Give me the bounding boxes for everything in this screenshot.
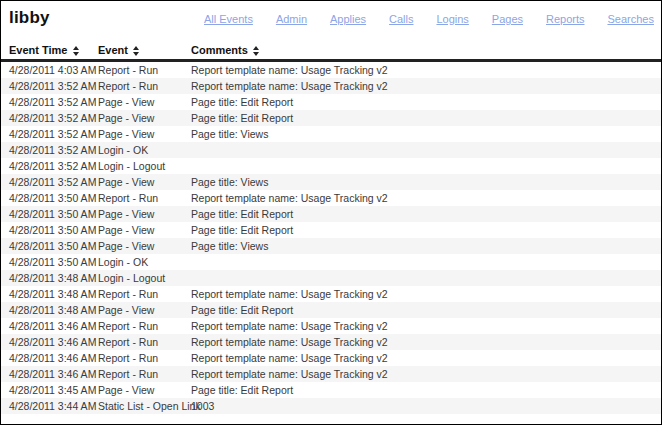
sort-icon[interactable] [253, 46, 259, 56]
event-time-cell: 4/28/2011 3:48 AM [1, 286, 98, 302]
nav-link-pages[interactable]: Pages [492, 13, 523, 25]
comment-cell: Page title: Edit Report [191, 206, 661, 222]
event-cell: Page - View [98, 94, 191, 110]
nav-link-searches[interactable]: Searches [607, 13, 653, 25]
event-cell: Page - View [98, 222, 191, 238]
comment-cell: Page title: Views [191, 174, 661, 190]
table-row: 4/28/2011 4:03 AM Report - Run Report te… [1, 60, 661, 78]
column-label: Event [98, 44, 128, 56]
column-label: Comments [191, 44, 248, 56]
event-cell: Login - Logout [98, 270, 191, 286]
column-header[interactable]: Event Time [1, 41, 98, 60]
nav-link-logins[interactable]: Logins [436, 13, 468, 25]
event-time-cell: 4/28/2011 3:52 AM [1, 110, 98, 126]
event-time-cell: 4/28/2011 3:44 AM [1, 398, 98, 414]
table-row: 4/28/2011 3:46 AM Report - Run Report te… [1, 318, 661, 334]
comment-cell: Page title: Views [191, 238, 661, 254]
event-time-cell: 4/28/2011 3:50 AM [1, 238, 98, 254]
table-row: 4/28/2011 3:48 AM Report - Run Report te… [1, 286, 661, 302]
event-cell: Login - OK [98, 142, 191, 158]
nav-link-calls[interactable]: Calls [389, 13, 413, 25]
sort-icon[interactable] [133, 46, 139, 56]
event-time-cell: 4/28/2011 3:50 AM [1, 206, 98, 222]
table-row: 4/28/2011 3:50 AM Page - View Page title… [1, 206, 661, 222]
comment-cell: 1003 [191, 398, 661, 414]
comment-cell: Report template name: Usage Tracking v2 [191, 190, 661, 206]
event-time-cell: 4/28/2011 3:52 AM [1, 94, 98, 110]
table-row: 4/28/2011 3:44 AM Static List - Open Lin… [1, 398, 661, 414]
top-nav: All EventsAdminAppliesCallsLoginsPagesRe… [204, 13, 654, 25]
table-row: 4/28/2011 3:46 AM Report - Run Report te… [1, 366, 661, 382]
event-cell: Login - Logout [98, 158, 191, 174]
event-cell: Report - Run [98, 60, 191, 78]
event-time-cell: 4/28/2011 3:45 AM [1, 382, 98, 398]
nav-link-applies[interactable]: Applies [330, 13, 366, 25]
sort-icon[interactable] [73, 46, 79, 56]
comment-cell: Page title: Edit Report [191, 94, 661, 110]
event-cell: Page - View [98, 302, 191, 318]
event-time-cell: 4/28/2011 3:52 AM [1, 126, 98, 142]
table-row: 4/28/2011 3:50 AM Page - View Page title… [1, 238, 661, 254]
event-cell: Page - View [98, 110, 191, 126]
event-cell: Page - View [98, 382, 191, 398]
event-time-cell: 4/28/2011 3:46 AM [1, 350, 98, 366]
page: libby All EventsAdminAppliesCallsLoginsP… [0, 0, 662, 425]
table-row: 4/28/2011 3:52 AM Report - Run Report te… [1, 78, 661, 94]
event-cell: Static List - Open Link [98, 398, 191, 414]
event-cell: Report - Run [98, 350, 191, 366]
event-cell: Report - Run [98, 78, 191, 94]
column-header[interactable]: Comments [191, 41, 661, 60]
table-row: 4/28/2011 3:52 AM Login - OK [1, 142, 661, 158]
event-time-cell: 4/28/2011 4:03 AM [1, 60, 98, 78]
table-row: 4/28/2011 3:50 AM Report - Run Report te… [1, 190, 661, 206]
comment-cell: Report template name: Usage Tracking v2 [191, 318, 661, 334]
event-time-cell: 4/28/2011 3:50 AM [1, 190, 98, 206]
table-row: 4/28/2011 3:48 AM Page - View Page title… [1, 302, 661, 318]
comment-cell [191, 158, 661, 174]
table-row: 4/28/2011 3:48 AM Login - Logout [1, 270, 661, 286]
table-row: 4/28/2011 3:52 AM Page - View Page title… [1, 110, 661, 126]
comment-cell: Page title: Edit Report [191, 110, 661, 126]
event-cell: Page - View [98, 206, 191, 222]
column-label: Event Time [9, 44, 68, 56]
nav-link-reports[interactable]: Reports [546, 13, 585, 25]
comment-cell: Page title: Views [191, 126, 661, 142]
event-cell: Report - Run [98, 334, 191, 350]
comment-cell: Report template name: Usage Tracking v2 [191, 286, 661, 302]
event-time-cell: 4/28/2011 3:48 AM [1, 270, 98, 286]
event-time-cell: 4/28/2011 3:46 AM [1, 366, 98, 382]
event-cell: Report - Run [98, 190, 191, 206]
event-cell: Login - OK [98, 254, 191, 270]
table-row: 4/28/2011 3:45 AM Page - View Page title… [1, 382, 661, 398]
comment-cell: Report template name: Usage Tracking v2 [191, 350, 661, 366]
comment-cell: Report template name: Usage Tracking v2 [191, 334, 661, 350]
table-row: 4/28/2011 3:50 AM Login - OK [1, 254, 661, 270]
column-header[interactable]: Event [98, 41, 191, 60]
event-cell: Report - Run [98, 318, 191, 334]
event-time-cell: 4/28/2011 3:52 AM [1, 142, 98, 158]
event-time-cell: 4/28/2011 3:50 AM [1, 254, 98, 270]
table-row: 4/28/2011 3:46 AM Report - Run Report te… [1, 334, 661, 350]
nav-link-admin[interactable]: Admin [276, 13, 307, 25]
event-time-cell: 4/28/2011 3:50 AM [1, 222, 98, 238]
event-time-cell: 4/28/2011 3:48 AM [1, 302, 98, 318]
event-cell: Page - View [98, 126, 191, 142]
comment-cell: Page title: Edit Report [191, 222, 661, 238]
table-header-row: Event TimeEventComments [1, 41, 661, 60]
event-time-cell: 4/28/2011 3:46 AM [1, 334, 98, 350]
table-row: 4/28/2011 3:52 AM Login - Logout [1, 158, 661, 174]
event-time-cell: 4/28/2011 3:52 AM [1, 158, 98, 174]
event-cell: Page - View [98, 238, 191, 254]
page-title: libby [9, 8, 50, 28]
event-cell: Page - View [98, 174, 191, 190]
comment-cell: Page title: Edit Report [191, 302, 661, 318]
nav-link-all-events[interactable]: All Events [204, 13, 253, 25]
comment-cell: Page title: Edit Report [191, 382, 661, 398]
event-time-cell: 4/28/2011 3:52 AM [1, 78, 98, 94]
event-time-cell: 4/28/2011 3:46 AM [1, 318, 98, 334]
event-time-cell: 4/28/2011 3:52 AM [1, 174, 98, 190]
table-row: 4/28/2011 3:52 AM Page - View Page title… [1, 126, 661, 142]
comment-cell [191, 254, 661, 270]
events-table: Event TimeEventComments 4/28/2011 4:03 A… [1, 41, 661, 414]
table-row: 4/28/2011 3:52 AM Page - View Page title… [1, 174, 661, 190]
